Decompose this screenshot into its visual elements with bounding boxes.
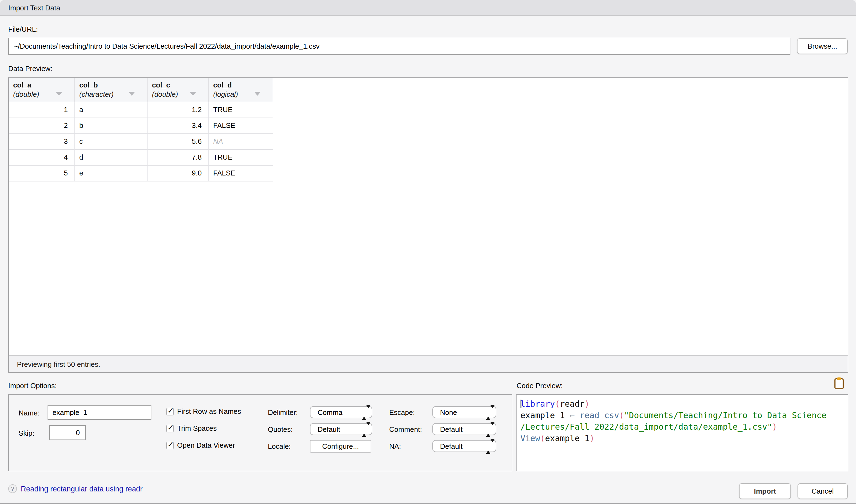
na-label: NA: [389, 442, 401, 450]
delimiter-select[interactable]: Comma [310, 406, 372, 418]
readr-help-link[interactable]: Reading rectangular data using readr [21, 485, 143, 493]
comment-label: Comment: [389, 425, 422, 433]
na-select[interactable]: Default [432, 440, 496, 452]
trim-spaces-checkbox[interactable]: ✓ Trim Spaces [166, 424, 217, 432]
import-options-label: Import Options: [8, 381, 57, 390]
checkmark-icon: ✓ [167, 439, 174, 449]
checkbox-box: ✓ [166, 425, 174, 432]
file-url-value: ~/Documents/Teaching/Intro to Data Scien… [14, 42, 320, 50]
column-header-col-d[interactable]: col_d (logical) [209, 78, 273, 102]
skip-label: Skip: [19, 429, 34, 437]
file-url-label: File/URL: [8, 25, 38, 33]
table-row: 3 c 5.6 NA [9, 134, 273, 150]
data-preview-table: col_a (double) col_b (character) col_c (… [9, 78, 273, 181]
table-header-row: col_a (double) col_b (character) col_c (… [9, 78, 273, 102]
table-row: 1 a 1.2 TRUE [9, 102, 273, 118]
column-header-col-b[interactable]: col_b (character) [75, 78, 147, 102]
na-cell: NA [209, 134, 273, 149]
table-row: 5 e 9.0 FALSE [9, 166, 273, 181]
column-header-col-c[interactable]: col_c (double) [147, 78, 209, 102]
comment-select[interactable]: Default [432, 423, 496, 435]
help-icon[interactable]: ? [8, 484, 17, 493]
import-button[interactable]: Import [739, 483, 791, 499]
code-line: library(readr) [520, 398, 848, 410]
preview-status-bar: Previewing first 50 entries. [9, 355, 848, 372]
data-preview-panel: col_a (double) col_b (character) col_c (… [8, 77, 848, 373]
table-row: 4 d 7.8 TRUE [9, 150, 273, 166]
checkbox-box: ✓ [166, 408, 174, 415]
checkmark-icon: ✓ [167, 405, 174, 415]
copy-code-clipboard-icon[interactable] [834, 377, 844, 389]
locale-label: Locale: [268, 442, 291, 450]
stepper-arrows-icon [486, 442, 491, 450]
column-menu-icon[interactable] [56, 92, 62, 96]
import-options-panel: Name: example_1 Skip: 0 ✓ First Row as N… [8, 394, 512, 471]
dialog-title: Import Text Data [8, 3, 60, 12]
stepper-arrows-icon [486, 408, 491, 416]
open-data-viewer-checkbox[interactable]: ✓ Open Data Viewer [166, 441, 235, 449]
import-text-data-dialog: Import Text Data File/URL: ~/Documents/T… [0, 0, 856, 504]
code-preview-label: Code Preview: [517, 381, 563, 390]
table-row: 2 b 3.4 FALSE [9, 118, 273, 134]
cancel-button[interactable]: Cancel [798, 483, 848, 499]
data-preview-label: Data Preview: [8, 65, 52, 73]
stepper-arrows-icon [362, 408, 367, 416]
dialog-titlebar: Import Text Data [0, 0, 856, 16]
first-row-as-names-checkbox[interactable]: ✓ First Row as Names [166, 407, 241, 415]
delimiter-label: Delimiter: [268, 408, 298, 416]
column-menu-icon[interactable] [128, 92, 135, 96]
column-menu-icon[interactable] [254, 92, 261, 96]
checkbox-box: ✓ [166, 442, 174, 449]
name-input[interactable]: example_1 [48, 405, 151, 420]
file-url-input[interactable]: ~/Documents/Teaching/Intro to Data Scien… [8, 38, 790, 55]
window-bottom-edge [0, 503, 856, 504]
quotes-select[interactable]: Default [310, 423, 372, 435]
help-link-row[interactable]: ? Reading rectangular data using readr [8, 484, 143, 493]
column-menu-icon[interactable] [190, 92, 196, 96]
browse-button[interactable]: Browse... [797, 38, 848, 54]
stepper-arrows-icon [362, 425, 367, 433]
locale-configure-button[interactable]: Configure... [310, 440, 371, 453]
skip-input[interactable]: 0 [49, 425, 86, 440]
quotes-label: Quotes: [268, 425, 293, 433]
name-label: Name: [19, 409, 40, 417]
stepper-arrows-icon [486, 425, 491, 433]
checkmark-icon: ✓ [167, 422, 174, 432]
code-preview-editor[interactable]: library(readr) example_1 ← read_csv("Doc… [516, 394, 848, 471]
escape-select[interactable]: None [432, 406, 496, 418]
escape-label: Escape: [389, 408, 415, 416]
code-line: example_1 ← read_csv("Documents/Teaching… [520, 410, 848, 421]
column-header-col-a[interactable]: col_a (double) [9, 78, 75, 102]
code-line: View(example_1) [520, 433, 848, 445]
code-line: /Lectures/Fall 2022/data_import/data/exa… [520, 421, 848, 433]
preview-status-text: Previewing first 50 entries. [17, 360, 100, 368]
